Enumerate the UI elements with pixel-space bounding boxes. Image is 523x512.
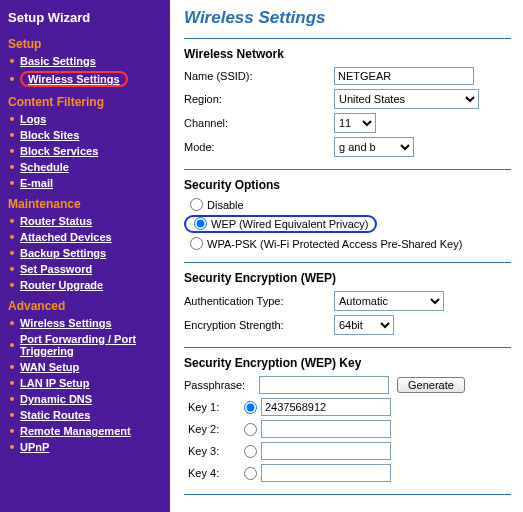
sidebar-section-advanced: Advanced (0, 293, 170, 315)
bullet-icon (10, 445, 14, 449)
enc-strength-select[interactable]: 64bit (334, 315, 394, 335)
row-key3: Key 3: (184, 440, 511, 462)
bullet-icon (10, 219, 14, 223)
key2-label: Key 2: (184, 423, 244, 435)
radio-row-wep: WEP (Wired Equivalent Privacy) (184, 213, 511, 235)
row-channel: Channel: 11 (184, 111, 511, 135)
wep-highlight: WEP (Wired Equivalent Privacy) (184, 215, 377, 233)
auth-type-select[interactable]: Automatic (334, 291, 444, 311)
radio-row-disable: Disable (184, 196, 511, 213)
bullet-icon (10, 59, 14, 63)
radio-wep[interactable] (194, 217, 207, 230)
radio-key3[interactable] (244, 445, 257, 458)
key4-label: Key 4: (184, 467, 244, 479)
radio-row-wpa: WPA-PSK (Wi-Fi Protected Access Pre-Shar… (184, 235, 511, 252)
sidebar-item-adv-wireless[interactable]: Wireless Settings (0, 315, 170, 331)
sidebar: Setup Wizard Setup Basic Settings Wirele… (0, 0, 170, 512)
sidebar-item-router-upgrade[interactable]: Router Upgrade (0, 277, 170, 293)
radio-wpa[interactable] (190, 237, 203, 250)
key1-input[interactable] (261, 398, 391, 416)
sidebar-item-lan-ip-setup[interactable]: LAN IP Setup (0, 375, 170, 391)
divider (184, 169, 511, 170)
sidebar-section-content-filtering: Content Filtering (0, 89, 170, 111)
bullet-icon (10, 117, 14, 121)
bullet-icon (10, 397, 14, 401)
sidebar-link[interactable]: Block Services (20, 145, 98, 157)
sidebar-link[interactable]: Static Routes (20, 409, 90, 421)
bullet-icon (10, 133, 14, 137)
sidebar-link[interactable]: Wireless Settings (20, 317, 112, 329)
sidebar-link[interactable]: Backup Settings (20, 247, 106, 259)
sidebar-link[interactable]: Set Password (20, 263, 92, 275)
sidebar-item-block-sites[interactable]: Block Sites (0, 127, 170, 143)
bullet-icon (10, 181, 14, 185)
divider (184, 347, 511, 348)
channel-label: Channel: (184, 117, 334, 129)
sidebar-link[interactable]: Block Sites (20, 129, 79, 141)
bullet-icon (10, 251, 14, 255)
bullet-icon (10, 429, 14, 433)
sidebar-item-wan-setup[interactable]: WAN Setup (0, 359, 170, 375)
sidebar-item-backup-settings[interactable]: Backup Settings (0, 245, 170, 261)
section-security-enc: Security Encryption (WEP) (184, 271, 511, 285)
sidebar-item-attached-devices[interactable]: Attached Devices (0, 229, 170, 245)
section-wep-key: Security Encryption (WEP) Key (184, 356, 511, 370)
channel-select[interactable]: 11 (334, 113, 376, 133)
region-select[interactable]: United States (334, 89, 479, 109)
sidebar-item-upnp[interactable]: UPnP (0, 439, 170, 455)
sidebar-item-remote-management[interactable]: Remote Management (0, 423, 170, 439)
sidebar-section-maintenance: Maintenance (0, 191, 170, 213)
sidebar-link[interactable]: Dynamic DNS (20, 393, 92, 405)
main-content: Wireless Settings Wireless Network Name … (170, 0, 523, 512)
sidebar-link[interactable]: Router Upgrade (20, 279, 103, 291)
radio-disable-label: Disable (207, 199, 244, 211)
bullet-icon (10, 321, 14, 325)
sidebar-item-router-status[interactable]: Router Status (0, 213, 170, 229)
sidebar-link[interactable]: Attached Devices (20, 231, 112, 243)
passphrase-input[interactable] (259, 376, 389, 394)
sidebar-item-logs[interactable]: Logs (0, 111, 170, 127)
row-key1: Key 1: (184, 396, 511, 418)
generate-button[interactable]: Generate (397, 377, 465, 393)
bullet-icon (10, 381, 14, 385)
key2-input[interactable] (261, 420, 391, 438)
sidebar-link[interactable]: LAN IP Setup (20, 377, 89, 389)
sidebar-item-wireless-settings[interactable]: Wireless Settings (0, 69, 170, 89)
mode-select[interactable]: g and b (334, 137, 414, 157)
sidebar-link[interactable]: WAN Setup (20, 361, 79, 373)
sidebar-link[interactable]: Basic Settings (20, 55, 96, 67)
sidebar-link[interactable]: Logs (20, 113, 46, 125)
radio-disable[interactable] (190, 198, 203, 211)
sidebar-link[interactable]: Remote Management (20, 425, 131, 437)
sidebar-link[interactable]: Port Forwarding / Port Triggering (20, 333, 164, 357)
bullet-icon (10, 343, 14, 347)
key4-input[interactable] (261, 464, 391, 482)
sidebar-item-port-forwarding[interactable]: Port Forwarding / Port Triggering (0, 331, 170, 359)
sidebar-item-email[interactable]: E-mail (0, 175, 170, 191)
sidebar-link[interactable]: Schedule (20, 161, 69, 173)
sidebar-item-set-password[interactable]: Set Password (0, 261, 170, 277)
bullet-icon (10, 77, 14, 81)
sidebar-item-basic-settings[interactable]: Basic Settings (0, 53, 170, 69)
sidebar-link[interactable]: Wireless Settings (20, 71, 128, 87)
auth-type-label: Authentication Type: (184, 295, 334, 307)
row-ssid: Name (SSID): (184, 65, 511, 87)
sidebar-item-dynamic-dns[interactable]: Dynamic DNS (0, 391, 170, 407)
radio-key1[interactable] (244, 401, 257, 414)
sidebar-item-schedule[interactable]: Schedule (0, 159, 170, 175)
divider (184, 38, 511, 39)
key3-input[interactable] (261, 442, 391, 460)
sidebar-item-block-services[interactable]: Block Services (0, 143, 170, 159)
sidebar-link[interactable]: UPnP (20, 441, 49, 453)
sidebar-link[interactable]: E-mail (20, 177, 53, 189)
sidebar-item-static-routes[interactable]: Static Routes (0, 407, 170, 423)
enc-strength-label: Encryption Strength: (184, 319, 334, 331)
key3-label: Key 3: (184, 445, 244, 457)
ssid-input[interactable] (334, 67, 474, 85)
radio-key2[interactable] (244, 423, 257, 436)
radio-wep-label: WEP (Wired Equivalent Privacy) (211, 218, 369, 230)
sidebar-link[interactable]: Router Status (20, 215, 92, 227)
radio-wpa-label: WPA-PSK (Wi-Fi Protected Access Pre-Shar… (207, 238, 462, 250)
bullet-icon (10, 165, 14, 169)
radio-key4[interactable] (244, 467, 257, 480)
